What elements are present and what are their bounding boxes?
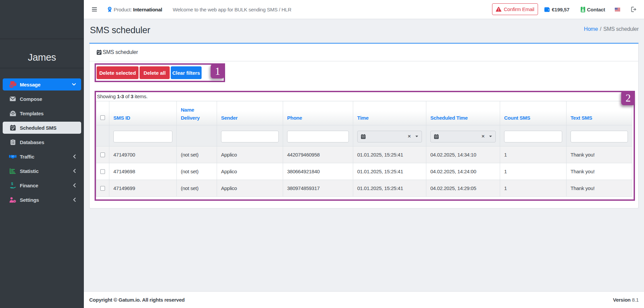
svg-text:$: $ — [11, 182, 13, 186]
